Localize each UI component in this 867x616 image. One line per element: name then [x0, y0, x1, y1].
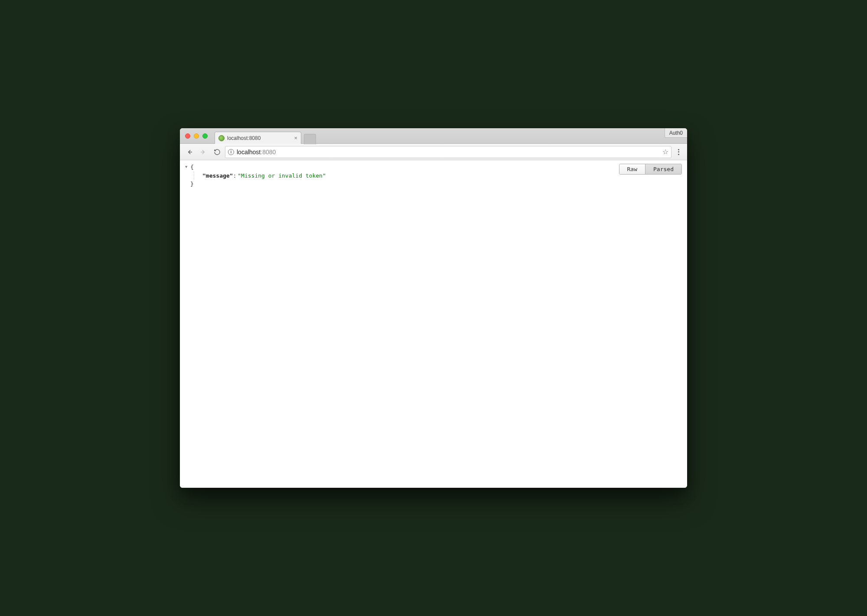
url-host: localhost	[237, 149, 261, 156]
json-key: "message"	[202, 172, 233, 180]
browser-window: localhost:8080 × Auth0 i localhost:8080 …	[180, 128, 687, 488]
profile-badge[interactable]: Auth0	[665, 128, 687, 138]
json-open-brace: {	[190, 163, 194, 172]
tab-close-button[interactable]: ×	[294, 135, 297, 141]
parsed-view-button[interactable]: Parsed	[645, 164, 681, 174]
new-tab-button[interactable]	[304, 134, 316, 144]
profile-badge-label: Auth0	[669, 130, 683, 136]
window-minimize-button[interactable]	[194, 133, 199, 139]
bookmark-star-icon[interactable]: ☆	[662, 148, 668, 156]
browser-tab[interactable]: localhost:8080 ×	[215, 132, 301, 144]
page-content: Raw Parsed ▼ { "message": "Missing or in…	[180, 160, 687, 488]
browser-menu-button[interactable]	[673, 146, 684, 158]
json-open-line[interactable]: ▼ {	[185, 163, 684, 172]
site-info-icon[interactable]: i	[228, 149, 234, 155]
window-controls	[180, 128, 213, 143]
json-close-brace: }	[190, 180, 194, 188]
window-close-button[interactable]	[185, 133, 190, 139]
json-property-line: "message": "Missing or invalid token"	[185, 172, 684, 180]
url-text: localhost:8080	[237, 149, 660, 156]
json-close-line: }	[185, 180, 684, 188]
json-tree: ▼ { "message": "Missing or invalid token…	[183, 163, 684, 188]
disclosure-triangle-icon[interactable]: ▼	[185, 164, 190, 170]
back-button[interactable]	[183, 146, 196, 158]
reload-button[interactable]	[211, 146, 223, 158]
forward-button[interactable]	[197, 146, 209, 158]
window-maximize-button[interactable]	[202, 133, 208, 139]
browser-toolbar: i localhost:8080 ☆	[180, 144, 687, 160]
tab-title: localhost:8080	[227, 135, 291, 141]
address-bar[interactable]: i localhost:8080 ☆	[225, 146, 671, 158]
json-colon: :	[233, 172, 236, 180]
json-string-value: "Missing or invalid token"	[238, 172, 326, 180]
tab-strip: localhost:8080 × Auth0	[180, 128, 687, 144]
url-port: :8080	[261, 149, 276, 156]
favicon-icon	[218, 135, 225, 141]
json-view-toggle: Raw Parsed	[619, 164, 682, 175]
raw-view-button[interactable]: Raw	[619, 164, 645, 174]
